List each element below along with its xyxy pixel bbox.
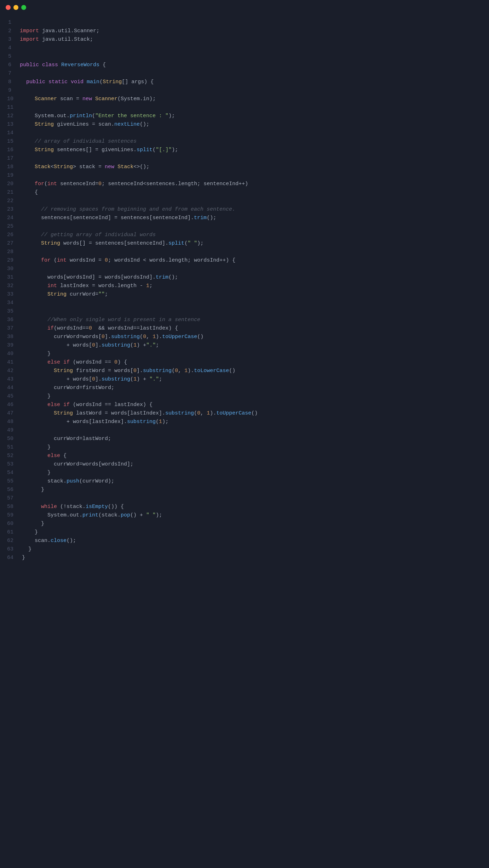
line-41: 41 else if (wordsInd == 0) { [0, 358, 489, 367]
line-3: 3 import java.util.Stack; [0, 35, 489, 44]
line-8: 8 public static void main(String[] args)… [0, 78, 489, 86]
line-25: 25 [0, 222, 489, 231]
line-16: 16 String sentences[] = givenLines.split… [0, 146, 489, 154]
line-6: 6 public class ReverseWords { [0, 61, 489, 69]
line-4: 4 [0, 44, 489, 52]
line-7: 7 [0, 69, 489, 78]
line-29: 29 for (int wordsInd = 0; wordsInd < wor… [0, 256, 489, 265]
line-19: 19 [0, 171, 489, 180]
line-46: 46 else if (wordsInd == lastIndex) { [0, 401, 489, 409]
line-43: 43 + words[0].substring(1) + "."; [0, 375, 489, 384]
line-2: 2 import java.util.Scanner; [0, 27, 489, 35]
line-50: 50 currWord=lastWord; [0, 435, 489, 443]
line-14: 14 [0, 129, 489, 137]
line-31: 31 words[wordsInd] = words[wordsInd].tri… [0, 273, 489, 282]
title-bar [0, 0, 489, 15]
code-area: 1 2 import java.util.Scanner; 3 import j… [0, 15, 489, 566]
line-40: 40 } [0, 350, 489, 358]
line-38: 38 currWord=words[0].substring(0, 1).toU… [0, 333, 489, 341]
line-20: 20 for(int sentenceInd=0; sentenceInd<se… [0, 180, 489, 188]
line-52: 52 else { [0, 452, 489, 460]
line-15: 15 // array of individual sentences [0, 137, 489, 146]
line-47: 47 String lastWord = words[lastIndex].su… [0, 409, 489, 418]
line-9: 9 [0, 86, 489, 95]
line-54: 54 } [0, 469, 489, 477]
line-24: 24 sentences[sentenceInd] = sentences[se… [0, 214, 489, 222]
line-26: 26 // getting array of individual words [0, 231, 489, 239]
line-55: 55 stack.push(currWord); [0, 477, 489, 486]
window: 1 2 import java.util.Scanner; 3 import j… [0, 0, 489, 868]
line-48: 48 + words[lastIndex].substring(1); [0, 418, 489, 426]
line-32: 32 int lastIndex = words.length - 1; [0, 282, 489, 290]
line-35: 35 [0, 307, 489, 316]
line-22: 22 [0, 197, 489, 205]
line-17: 17 [0, 154, 489, 163]
line-33: 33 String currWord=""; [0, 290, 489, 299]
line-42: 42 String firstWord = words[0].substring… [0, 367, 489, 375]
line-34: 34 [0, 299, 489, 307]
line-39: 39 + words[0].substring(1) +"."; [0, 341, 489, 350]
line-18: 18 Stack<String> stack = new Stack<>(); [0, 163, 489, 171]
line-58: 58 while (!stack.isEmpty()) { [0, 503, 489, 511]
line-5: 5 [0, 52, 489, 61]
line-61: 61 } [0, 528, 489, 537]
line-49: 49 [0, 426, 489, 435]
line-1: 1 [0, 18, 489, 27]
line-30: 30 [0, 265, 489, 273]
close-dot[interactable] [6, 5, 11, 10]
line-28: 28 [0, 248, 489, 256]
line-56: 56 } [0, 486, 489, 494]
line-21: 21 { [0, 188, 489, 197]
line-53: 53 currWord=words[wordsInd]; [0, 460, 489, 469]
line-11: 11 [0, 103, 489, 112]
line-59: 59 System.out.print(stack.pop() + " "); [0, 511, 489, 520]
line-63: 63 } [0, 545, 489, 554]
line-12: 12 System.out.println("Enter the sentenc… [0, 112, 489, 120]
minimize-dot[interactable] [13, 5, 18, 10]
line-57: 57 [0, 494, 489, 503]
line-23: 23 // removing spaces from beginning and… [0, 205, 489, 214]
line-27: 27 String words[] = sentences[sentenceIn… [0, 239, 489, 248]
maximize-dot[interactable] [21, 5, 26, 10]
line-62: 62 scan.close(); [0, 537, 489, 545]
line-51: 51 } [0, 443, 489, 452]
line-13: 13 String givenLines = scan.nextLine(); [0, 120, 489, 129]
line-37: 37 if(wordsInd==0 && wordsInd==lastIndex… [0, 324, 489, 333]
line-45: 45 } [0, 392, 489, 401]
line-10: 10 Scanner scan = new Scanner(System.in)… [0, 95, 489, 103]
line-36: 36 //When only single word is present in… [0, 316, 489, 324]
line-64: 64 } [0, 554, 489, 562]
line-60: 60 } [0, 520, 489, 528]
line-44: 44 currWord=firstWord; [0, 384, 489, 392]
